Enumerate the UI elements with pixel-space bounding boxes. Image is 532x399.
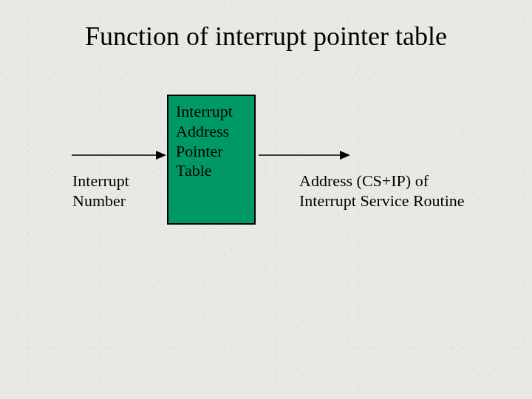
svg-marker-3: [340, 151, 350, 160]
box-line2: Address: [176, 122, 247, 142]
left-label-line1: Interrupt: [72, 171, 129, 191]
left-label-line2: Number: [72, 191, 129, 211]
svg-marker-1: [156, 151, 166, 160]
box-line4: Table: [176, 161, 247, 181]
box-line1: Interrupt: [176, 102, 247, 122]
left-label: Interrupt Number: [72, 171, 129, 211]
right-label-line2: Interrupt Service Routine: [299, 191, 465, 211]
arrow-box-to-right: [257, 148, 352, 163]
arrow-left-to-box: [70, 148, 168, 163]
right-label: Address (CS+IP) of Interrupt Service Rou…: [299, 171, 465, 211]
right-label-line1: Address (CS+IP) of: [299, 171, 465, 191]
slide-title: Function of interrupt pointer table: [0, 21, 532, 52]
box-line3: Pointer: [176, 142, 247, 162]
interrupt-pointer-table-box: Interrupt Address Pointer Table: [167, 95, 256, 225]
